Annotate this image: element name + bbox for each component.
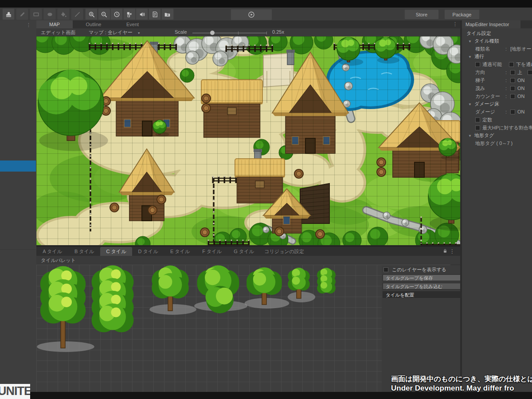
sidebar-item[interactable] — [0, 27, 36, 39]
checkbox[interactable] — [475, 125, 480, 130]
view-tabs: ⋮ MAPOutlineEvent — [36, 20, 460, 28]
clock-icon — [113, 11, 120, 18]
layer-dropdown[interactable]: マップ : 全レイヤー ▼ — [89, 29, 141, 36]
checkbox[interactable] — [510, 110, 515, 114]
sidebar-item[interactable] — [0, 227, 36, 239]
label: 種類名 — [475, 45, 502, 53]
sidebar-item[interactable] — [0, 216, 36, 227]
inspector-row: 最大HPに対する割合率 — [462, 124, 532, 132]
rect-tool-button[interactable] — [30, 8, 42, 20]
inspector-row: 地形タグ ( 0～7 ) — [462, 139, 532, 147]
label: ダメージ — [475, 108, 502, 116]
sidebar-item[interactable] — [0, 61, 36, 72]
tile-tab-0[interactable]: A タイル — [36, 247, 68, 256]
tab-map[interactable]: MAP — [36, 20, 73, 28]
tile-tab-7[interactable]: コリジョンの設定 — [260, 247, 309, 256]
fill-tool-button[interactable] — [57, 8, 70, 20]
folder-export-button[interactable] — [161, 8, 174, 20]
sidebar-item[interactable] — [0, 50, 36, 61]
brand-logo-text: UNITE — [0, 384, 30, 398]
sidebar-item[interactable] — [0, 183, 36, 194]
tile-tab-6[interactable]: G タイル — [228, 247, 260, 256]
sidebar-item[interactable] — [0, 94, 36, 106]
chevron-down-icon: ▼ — [137, 31, 141, 35]
dev-notice-jp: 画面は開発中のものにつき、実際の仕様とは — [391, 375, 532, 383]
map-canvas[interactable] — [36, 36, 460, 245]
speaker-button[interactable] — [136, 8, 148, 20]
disclosure-triangle-icon[interactable]: ▼ — [468, 55, 472, 59]
store-button[interactable]: Store — [404, 9, 439, 20]
inspector-panel: MapEditer Inspector タイル設定 ▼タイル種類種類名:[地形オ… — [462, 20, 532, 399]
checkbox[interactable] — [528, 70, 532, 75]
tile-tab-1[interactable]: B タイル — [68, 247, 100, 256]
tile-tabs-menu-icon[interactable]: ⋮ — [450, 248, 455, 254]
play-button[interactable] — [231, 9, 272, 20]
tile-tab-3[interactable]: D タイル — [132, 247, 164, 256]
sidebar-item[interactable] — [0, 116, 36, 128]
disclosure-triangle-icon[interactable]: ▼ — [468, 39, 472, 43]
label: : — [505, 70, 507, 75]
package-button[interactable]: Package — [444, 9, 480, 20]
line-tool-icon — [74, 11, 81, 18]
stamp-icon — [5, 11, 12, 18]
zoom-in-button[interactable] — [85, 8, 98, 20]
sidebar-item[interactable] — [0, 72, 36, 83]
sidebar-item[interactable] — [0, 238, 36, 250]
rect-tool-icon — [33, 11, 39, 18]
sidebar-item[interactable] — [0, 172, 36, 183]
lock-icon[interactable] — [442, 248, 448, 254]
tile-tab-2[interactable]: C タイル — [100, 247, 132, 256]
checkbox[interactable] — [509, 62, 514, 67]
note-button[interactable] — [149, 8, 161, 20]
checkbox[interactable] — [510, 86, 515, 91]
checkbox[interactable] — [510, 94, 515, 99]
sidebar-item[interactable] — [0, 127, 36, 139]
tiles-icon — [126, 11, 133, 18]
label: 定数 — [482, 117, 492, 122]
sidebar-item[interactable] — [0, 149, 36, 161]
sidebar-item[interactable] — [0, 105, 36, 117]
clock-button[interactable] — [110, 8, 123, 20]
sidebar-item[interactable] — [0, 138, 36, 150]
sidebar-item[interactable] — [0, 83, 36, 94]
view-tabs-menu-icon[interactable]: ⋮ — [453, 21, 458, 27]
checkbox[interactable] — [475, 62, 480, 67]
edit-screen-label: エディット画面 — [41, 29, 75, 36]
sidebar-item[interactable] — [0, 194, 36, 205]
disclosure-triangle-icon[interactable]: ▼ — [468, 102, 472, 106]
sidebar-item[interactable] — [0, 39, 36, 50]
checkbox[interactable] — [475, 117, 480, 122]
tile-tab-5[interactable]: F タイル — [196, 247, 228, 256]
tab-event[interactable]: Event — [114, 20, 151, 28]
checkbox[interactable] — [510, 70, 515, 75]
window-title-strip — [0, 0, 532, 8]
inspector-row: 方向:上 — [462, 68, 532, 76]
inspector-tab[interactable]: MapEditer Inspector — [462, 20, 520, 28]
inspector-row: 通過可能下を通れる — [462, 60, 532, 68]
stamp-button[interactable] — [2, 8, 15, 20]
tile-tab-4[interactable]: E タイル — [164, 247, 196, 256]
map-toolbar: エディット画面 マップ : 全レイヤー ▼ Scale 0.25x — [36, 28, 460, 37]
inspector-section-header: ▼地形タグ — [462, 132, 532, 139]
tiles-button[interactable] — [123, 8, 136, 20]
line-tool-button[interactable] — [71, 8, 83, 20]
label: 地形タグ — [474, 133, 494, 138]
zoom-out-button[interactable] — [98, 8, 110, 20]
disclosure-triangle-icon[interactable]: ▼ — [468, 134, 472, 138]
label: タイル種類 — [474, 38, 499, 43]
palette-header: タイルパレット — [36, 256, 460, 265]
show-layer-checkbox[interactable] — [383, 267, 388, 272]
sidebar-item-selected[interactable] — [0, 160, 36, 172]
pencil-button[interactable] — [16, 8, 28, 20]
label: カウンター — [475, 92, 502, 100]
inspector-row: 定数 — [462, 116, 532, 124]
ellipse-tool-button[interactable] — [43, 8, 56, 20]
tab-outline[interactable]: Outline — [75, 20, 112, 28]
checkbox[interactable] — [510, 78, 515, 83]
scale-slider-track[interactable] — [192, 33, 267, 33]
scale-slider-handle[interactable] — [210, 31, 215, 35]
map-viewport[interactable] — [36, 36, 460, 245]
sidebar-item[interactable] — [0, 205, 36, 216]
inspector-row: ダメージ:ON — [462, 108, 532, 116]
inspector-section-header: ▼通行 — [462, 53, 532, 60]
